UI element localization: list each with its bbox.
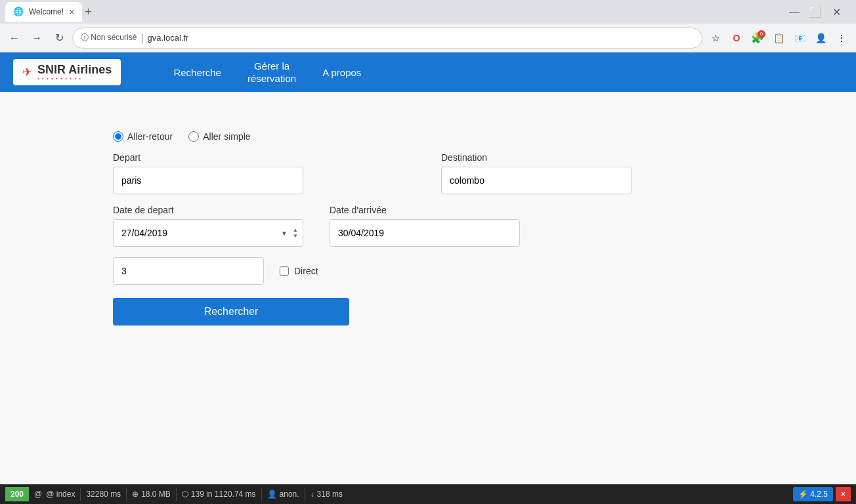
tab-title: Welcome! [29,7,64,16]
destination-group: Destination [441,152,743,194]
menu-button[interactable]: ⋮ [832,29,851,47]
departure-destination-row: Depart Destination [113,152,743,194]
date-depart-up[interactable]: ▲ [293,228,298,233]
date-depart-dropdown[interactable]: ▼ [281,230,288,237]
dev-right: ⚡ 4.2.5 × [793,487,851,501]
main-nav: Recherche Gérer laréservation A propos [173,60,361,85]
direct-text: Direct [294,266,318,276]
extension-button3[interactable]: 📧 [790,29,809,47]
toolbar-icons: ☆ O 🧩 0 📋 📧 👤 ⋮ [706,29,851,47]
back-button[interactable]: ← [5,29,24,47]
opera-button[interactable]: O [727,29,746,47]
devbar-close-button[interactable]: × [836,487,851,501]
time2-item: ↓ 318 ms [305,487,348,501]
at-icon: @ [34,490,42,499]
user-icon: 👤 [267,490,277,499]
aller-retour-label[interactable]: Aller-retour [113,131,173,142]
route-text: @ index [46,490,75,499]
browser-tab[interactable]: 🌐 Welcome! × [5,2,82,22]
depart-group: Depart [113,152,415,194]
aller-simple-radio[interactable] [188,131,199,142]
destination-input[interactable] [441,167,631,194]
brand-dots: • • • • • • • • • • [37,75,112,81]
nav-gerer-reservation[interactable]: Gérer laréservation [247,60,296,85]
direct-checkbox[interactable] [280,266,289,276]
db-icon: ⬡ [182,490,188,499]
nav-recherche[interactable]: Recherche [173,67,221,78]
search-button[interactable]: Rechercher [113,298,349,326]
minimize-button[interactable]: — [785,3,803,21]
user-item: 👤 anon. [262,487,305,501]
dev-toolbar: 200 @ @ index 32280 ms ⊕ 18.0 MB ⬡ 139 i… [0,484,856,504]
extension-button1[interactable]: 🧩 0 [748,29,767,47]
address-separator: | [140,32,143,44]
brand-logo[interactable]: ✈ SNIR Airlines • • • • • • • • • • [13,59,121,85]
profile-button[interactable]: 👤 [811,29,830,47]
version-text: 4.2.5 [810,490,828,499]
dates-row: Date de depart ▲ ▼ ▼ Date d'arrivée [113,205,743,247]
depart-input[interactable] [113,167,303,194]
tab-favicon: 🌐 [13,7,24,17]
aller-simple-label[interactable]: Aller simple [188,131,250,142]
tab-close-button[interactable]: × [69,7,74,17]
depart-label: Depart [113,152,415,163]
extension-button2[interactable]: 📋 [769,29,788,47]
search-form: Aller-retour Aller simple Depart Destina… [113,118,743,339]
nav-a-propos[interactable]: A propos [322,67,361,78]
aller-retour-text: Aller-retour [127,131,173,142]
direct-label[interactable]: Direct [280,266,318,276]
memory-text: 18.0 MB [141,490,171,499]
maximize-button[interactable]: ⬜ [806,3,824,21]
time1-item: 32280 ms [81,487,126,501]
layers-icon: ⊕ [132,490,139,499]
download-icon: ↓ [310,490,314,499]
date-depart-group: Date de depart ▲ ▼ ▼ [113,205,303,247]
new-tab-button[interactable]: + [85,5,92,19]
version-icon: ⚡ [798,490,808,499]
queries-item: ⬡ 139 in 1120.74 ms [177,487,261,501]
brand-name: SNIR Airlines [37,63,112,76]
date-depart-spinner: ▲ ▼ [293,228,298,239]
memory-item: ⊕ 18.0 MB [127,487,176,501]
refresh-button[interactable]: ↻ [50,29,68,47]
destination-label: Destination [441,152,743,163]
date-arrivee-input[interactable] [330,219,520,247]
date-depart-wrapper: ▲ ▼ ▼ [113,219,303,247]
close-window-button[interactable]: ✕ [827,3,845,21]
bookmark-button[interactable]: ☆ [706,29,725,47]
brand-icon: ✈ [22,65,32,79]
aller-retour-radio[interactable] [113,131,123,142]
time2-text: 318 ms [317,490,343,499]
queries-text: 139 in 1120.74 ms [191,490,256,499]
aller-simple-text: Aller simple [203,131,250,142]
trip-type-group: Aller-retour Aller simple [113,131,743,142]
passengers-direct-row: Direct [113,257,743,285]
address-bar[interactable]: ⓘ Non sécurisé | gva.local.fr [72,28,702,49]
date-arrivee-label: Date d'arrivée [330,205,520,215]
forward-button[interactable]: → [28,29,46,47]
main-content: Aller-retour Aller simple Depart Destina… [100,92,756,365]
navbar: ✈ SNIR Airlines • • • • • • • • • • Rech… [0,52,856,92]
status-badge: 200 [5,487,29,501]
date-depart-down[interactable]: ▼ [293,234,298,239]
passengers-input[interactable] [113,257,264,285]
date-depart-input[interactable] [113,219,303,247]
date-arrivee-group: Date d'arrivée [330,205,520,247]
user-text: anon. [280,490,299,499]
version-badge: ⚡ 4.2.5 [793,487,833,501]
security-indicator: ⓘ Non sécurisé [81,32,137,43]
route-item: @ @ index [29,487,80,501]
date-depart-label: Date de depart [113,205,303,215]
address-url: gva.local.fr [148,33,694,43]
